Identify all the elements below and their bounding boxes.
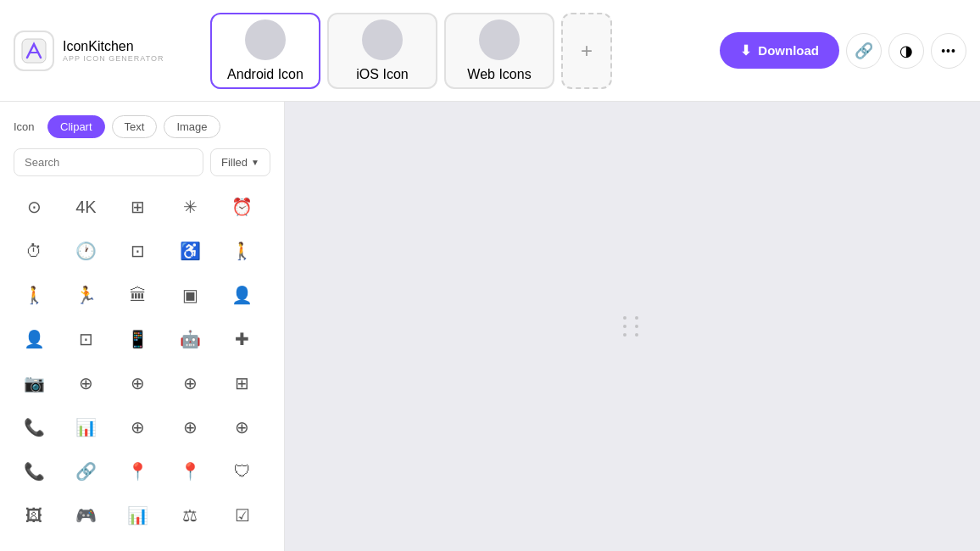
icon-cell[interactable]: 📊 [65, 407, 106, 448]
android-preview-circle [245, 19, 286, 60]
icon-cell[interactable]: 🚶 [14, 275, 54, 315]
ios-preview-circle [362, 19, 403, 60]
icon-cell[interactable]: 📷 [14, 363, 54, 404]
icon-cell[interactable]: ♿ [170, 231, 210, 271]
icon-cell[interactable]: 🏛 [118, 275, 159, 315]
icon-label: Icon [14, 120, 41, 133]
icon-cell[interactable]: 📱 [118, 319, 159, 359]
logo-icon [14, 31, 54, 71]
icon-cell[interactable]: 🛡 [222, 451, 263, 492]
logo-area: IconKitchen APP ICON GENERATOR [14, 31, 183, 71]
tab-android-label: Android Icon [227, 67, 303, 82]
theme-toggle-button[interactable]: ◑ [888, 33, 924, 69]
icon-cell[interactable]: ⊡ [65, 319, 106, 359]
more-icon: ••• [941, 44, 956, 58]
icons-grid: ⊙ 4K ⊞ ✳ ⏰ ⏱ 🕐 ⊡ ♿ 🚶 🚶 🏃 🏛 ▣ 👤 👤 ⊡ 📱 🤖 ✚… [14, 186, 270, 551]
icon-cell[interactable]: ⊕ [65, 363, 106, 404]
icon-cell[interactable]: ⊕ [170, 363, 210, 404]
icon-cell[interactable]: 👤 [222, 275, 263, 315]
icon-cell[interactable]: 🏃 [65, 275, 106, 315]
icon-type-row: Icon Clipart Text Image [14, 115, 270, 138]
header: IconKitchen APP ICON GENERATOR Android I… [0, 0, 980, 102]
icon-cell[interactable]: 📞 [14, 451, 54, 492]
icon-cell[interactable]: 4K [65, 186, 106, 227]
icon-cell[interactable]: ✚ [222, 319, 263, 359]
logo-title: IconKitchen [63, 39, 164, 54]
icon-cell[interactable]: ⊕ [222, 407, 263, 448]
icon-cell[interactable]: 🚶 [222, 231, 263, 271]
logo-text: IconKitchen APP ICON GENERATOR [63, 39, 164, 63]
tab-android[interactable]: Android Icon [210, 13, 320, 89]
icon-cell[interactable]: ⊕ [118, 407, 159, 448]
more-options-button[interactable]: ••• [931, 33, 966, 69]
icon-cell[interactable]: 🎮 [65, 495, 106, 536]
tab-ios-label: iOS Icon [356, 67, 408, 82]
download-button[interactable]: ⬇ Download [720, 32, 839, 69]
icon-cell[interactable]: ✳ [170, 186, 210, 227]
icon-cell[interactable]: 👤 [14, 319, 54, 359]
link-button[interactable]: 🔗 [846, 33, 882, 69]
icon-cell[interactable]: ⊞ [118, 186, 159, 227]
icon-cell[interactable]: 🔗 [65, 451, 106, 492]
icon-cell[interactable]: ☑ [222, 495, 263, 536]
filled-chevron-icon: ▼ [251, 158, 259, 167]
icon-cell[interactable]: 🔒 [14, 539, 54, 551]
icon-cell[interactable]: 📍 [118, 451, 159, 492]
text-tab[interactable]: Text [112, 115, 158, 138]
header-actions: ⬇ Download 🔗 ◑ ••• [720, 32, 966, 69]
icon-cell[interactable]: 📞 [14, 407, 54, 448]
add-tab-button[interactable]: + [561, 13, 612, 89]
tab-ios[interactable]: iOS Icon [327, 13, 437, 89]
canvas-drag-handle[interactable] [623, 316, 642, 337]
tab-web-label: Web Icons [467, 67, 531, 82]
icon-cell[interactable]: ⊡ [118, 231, 159, 271]
logo-subtitle: APP ICON GENERATOR [63, 54, 164, 63]
web-preview-circle [479, 19, 520, 60]
icon-cell[interactable]: 📊 [118, 495, 159, 536]
download-label: Download [758, 43, 819, 58]
filled-label: Filled [221, 156, 248, 169]
icon-cell[interactable]: ⊡ [65, 539, 106, 551]
link-icon: 🔗 [855, 42, 873, 60]
clipart-tab[interactable]: Clipart [47, 115, 105, 138]
main: Icon Clipart Text Image Filled ▼ ⊙ 4K ⊞ … [0, 102, 980, 551]
filled-dropdown[interactable]: Filled ▼ [210, 148, 270, 176]
sidebar: Icon Clipart Text Image Filled ▼ ⊙ 4K ⊞ … [0, 102, 285, 551]
icon-cell[interactable]: ▣ [170, 275, 210, 315]
icon-cell[interactable]: 🤖 [170, 319, 210, 359]
icon-cell[interactable]: ⊕ [170, 407, 210, 448]
icon-cell[interactable]: 📍 [170, 451, 210, 492]
icon-cell[interactable]: 🖼 [14, 495, 54, 536]
icon-cell[interactable]: ⊕ [118, 363, 159, 404]
icon-cell[interactable]: ⊙ [14, 186, 54, 227]
icon-cell[interactable]: ⏰ [222, 186, 263, 227]
download-icon: ⬇ [740, 42, 751, 58]
search-row: Filled ▼ [14, 148, 270, 176]
image-tab[interactable]: Image [164, 115, 220, 138]
search-input[interactable] [14, 148, 203, 176]
theme-icon: ◑ [899, 42, 913, 60]
icon-cell[interactable]: ⏱ [14, 231, 54, 271]
canvas-area [285, 102, 980, 551]
tabs-area: Android Icon iOS Icon Web Icons + [210, 13, 710, 89]
icon-cell[interactable]: ⊞ [222, 363, 263, 404]
tab-web[interactable]: Web Icons [444, 13, 554, 89]
icon-cell[interactable]: 🕐 [65, 231, 106, 271]
icon-cell[interactable]: ⚖ [170, 495, 210, 536]
